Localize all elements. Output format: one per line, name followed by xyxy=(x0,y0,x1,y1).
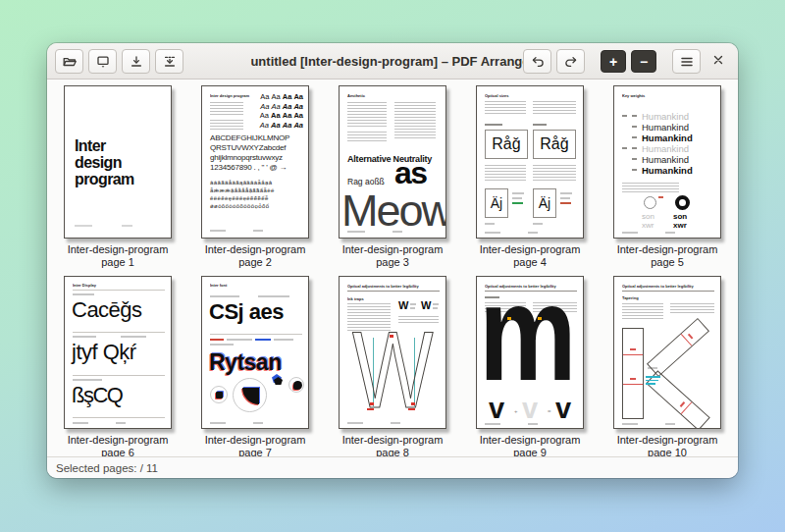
text-placeholder xyxy=(253,230,263,232)
optical-sample-display: Råǧ xyxy=(540,135,568,153)
annotation-red xyxy=(408,408,415,410)
v-glyph-black: v xyxy=(555,395,571,423)
specimen-huge: Meow xyxy=(341,188,446,233)
page-thumbnail-7[interactable]: Inter font CSj aes Rytsan xyxy=(201,276,309,429)
annotation-green xyxy=(512,202,523,204)
text-placeholder xyxy=(347,422,363,424)
annotation-blue xyxy=(255,339,271,341)
page-caption: Inter-design-programpage 4 xyxy=(480,243,581,269)
zoom-out-button[interactable]: − xyxy=(631,50,656,73)
text-placeholder xyxy=(347,102,387,128)
save-button[interactable] xyxy=(88,49,117,74)
specimen-big: as xyxy=(394,157,427,188)
close-window-button[interactable] xyxy=(706,49,731,74)
page-heading: Optical adjustments to better legibility xyxy=(347,284,419,289)
page-heading: Inter Display xyxy=(73,283,96,288)
text-placeholder xyxy=(512,192,524,194)
annotation-red xyxy=(367,408,374,410)
diacritics-block: àáâãäåāăąǎȁȃȧǡǻạả ǟǽæǣậắằẳẵặấầẩẫèé êëēĕė… xyxy=(210,179,275,210)
text-placeholder xyxy=(433,307,438,309)
text-placeholder xyxy=(210,422,226,424)
page-heading: Aesthetic xyxy=(347,93,365,98)
export-button[interactable] xyxy=(155,49,183,74)
page-caption: Inter-design-programpage 6 xyxy=(68,434,169,456)
page-thumbnail-6[interactable]: Inter Display Cacēǧs jtyf Qķŕ ßşCQ xyxy=(64,276,172,429)
text-placeholder xyxy=(533,124,547,126)
bold-sample: sonxwr xyxy=(673,213,687,230)
detail-circle xyxy=(233,378,267,412)
statusbar: Selected pages: / 11 xyxy=(47,456,738,478)
text-placeholder xyxy=(560,197,570,199)
import-button[interactable] xyxy=(122,49,150,74)
alphabet-block: ABCDEFGHIJKLMNOP QRSTUVWXYZabcdef ghijkl… xyxy=(210,133,289,173)
text-placeholder xyxy=(347,231,365,233)
text-placeholder xyxy=(210,344,234,346)
k-stem-outline xyxy=(622,328,644,419)
open-button[interactable] xyxy=(55,49,83,74)
optical-sample-text-small: Äj xyxy=(491,195,502,211)
undo-button[interactable] xyxy=(523,49,551,74)
page-thumbnail-10[interactable]: Optical adjustments to better legibility… xyxy=(613,276,721,429)
page-thumbnail-5[interactable]: Key weights Humankind Humankind Humankin… xyxy=(613,85,721,239)
page-thumbnail-9[interactable]: Optical adjustments to better legibility… xyxy=(476,276,584,429)
text-placeholder xyxy=(528,232,538,234)
big-outline-w: W xyxy=(352,315,431,425)
page-thumbnail-1[interactable]: Inter design program xyxy=(64,85,172,239)
page-caption: Inter-design-programpage 8 xyxy=(342,434,444,456)
zoom-in-button[interactable]: + xyxy=(601,50,626,73)
equals-sign: = xyxy=(548,408,551,414)
page-caption: Inter-design-programpage 5 xyxy=(617,243,718,269)
page-cell-9: Optical adjustments to better legibility… xyxy=(461,276,599,456)
page-heading: Inter design program xyxy=(210,93,249,98)
text-placeholder xyxy=(73,379,102,381)
text-placeholder xyxy=(433,303,439,305)
optical-sample-text: Råǧ xyxy=(492,135,520,153)
pdf-arranger-window: untitled [Inter-design-program] – PDF Ar… xyxy=(47,43,738,478)
thin-ring-glyph xyxy=(644,196,656,209)
text-placeholder xyxy=(560,192,572,194)
text-placeholder xyxy=(394,102,436,139)
text-placeholder xyxy=(274,339,293,341)
page-cell-8: Optical adjustments to better legibility… xyxy=(324,276,461,456)
redo-button[interactable] xyxy=(556,49,585,74)
ink-trap-marker xyxy=(390,335,393,338)
page-cell-4: Optical sizes Råǧ Råǧ Äj xyxy=(461,85,599,269)
text-placeholder xyxy=(227,339,252,341)
text-placeholder xyxy=(670,303,714,315)
export-icon xyxy=(162,54,178,70)
text-placeholder xyxy=(210,120,243,131)
annotation-red xyxy=(210,339,224,341)
menu-button[interactable] xyxy=(672,49,701,74)
page-cell-2: Inter design program Aa Aa Aa Aa Aa Aa A… xyxy=(186,85,324,269)
text-placeholder xyxy=(347,132,387,141)
weight-samples: Aa Aa Aa Aa Aa Aa Aa Aa Aa Aa Aa Aa Aa A… xyxy=(260,92,303,130)
page-thumbnail-2[interactable]: Inter design program Aa Aa Aa Aa Aa Aa A… xyxy=(201,85,309,239)
specimen-line: jtyf Qķŕ xyxy=(72,342,136,363)
text-placeholder xyxy=(485,165,526,183)
page-thumbnail-8[interactable]: Optical adjustments to better legibility… xyxy=(339,276,446,429)
page-cell-6: Inter Display Cacēǧs jtyf Qķŕ ßşCQ xyxy=(49,276,186,456)
text-placeholder xyxy=(73,336,96,338)
toolbar-right: + − xyxy=(523,49,731,74)
ink-trap-marker xyxy=(411,402,415,405)
text-placeholder xyxy=(622,232,638,234)
page-caption: Inter-design-programpage 2 xyxy=(205,243,306,269)
close-icon xyxy=(711,53,725,71)
cover-title-line: program xyxy=(75,171,134,187)
page-subhead: Tapering xyxy=(622,295,639,300)
text-placeholder xyxy=(485,232,500,234)
text-placeholder xyxy=(75,225,92,227)
page-heading: Key weights xyxy=(622,93,645,98)
page-heading: Optical sizes xyxy=(485,93,508,98)
text-placeholder xyxy=(485,423,500,425)
k-upper-diagonal-outline xyxy=(647,318,709,377)
page-thumbnail-4[interactable]: Optical sizes Råǧ Råǧ Äj xyxy=(476,85,584,239)
specimen-chromatic: Rytsan xyxy=(209,351,282,374)
redo-icon xyxy=(563,54,579,70)
text-placeholder xyxy=(210,295,239,297)
detail-circle xyxy=(210,386,228,403)
page-caption: Inter-design-programpage 7 xyxy=(205,434,306,456)
text-placeholder xyxy=(533,165,576,183)
page-thumbnail-3[interactable]: Aesthetic Alternative Neutrality Rag aoß… xyxy=(339,85,446,239)
selected-pages-status: Selected pages: / 11 xyxy=(56,462,158,474)
